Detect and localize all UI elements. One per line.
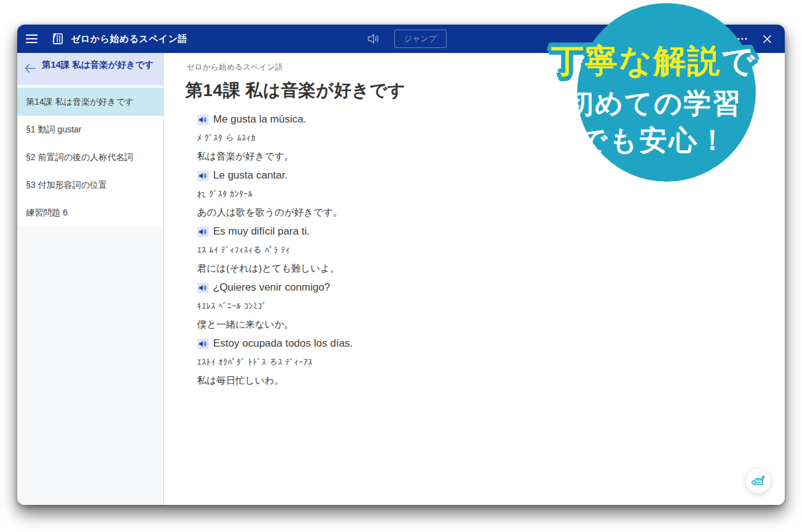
speaker-icon	[199, 341, 207, 347]
spanish-text: ¿Quieres venir conmigo?	[213, 281, 330, 294]
translation-text: あの人は歌を歌うのが好きです。	[197, 203, 766, 222]
pronunciation-text: ｴｽ ﾑｲ ﾃﾞｨﾌｨｽｨる ﾊﾟﾗ ﾃｨ	[197, 241, 766, 259]
speaker-icon	[199, 284, 207, 291]
more-options-button[interactable]	[733, 30, 751, 47]
lesson-nav-list: 第14課 私は音楽が好きです §1 動詞 gustar §2 前置詞の後の人称代…	[17, 88, 163, 227]
nav-item-lesson14[interactable]: 第14課 私は音楽が好きです	[17, 88, 163, 116]
phrase-block: Estoy ocupada todos los días. ｴｽﾄｲ ｵｸﾊﾟﾀ…	[197, 334, 766, 390]
translation-text: 僕と一緒に来ないか。	[197, 315, 766, 334]
phrase-block: Le gusta cantar. れ ｸﾞｽﾀ ｶﾝﾀｰﾙ あの人は歌を歌うのが…	[197, 166, 766, 222]
pronunciation-text: ｷｴﾚｽ ﾍﾞﾆｰﾙ ｺﾝﾐｺﾞ	[197, 297, 766, 315]
nav-item-exercises[interactable]: 練習問題 6	[17, 199, 163, 227]
pronunciation-text: ｴｽﾄｲ ｵｸﾊﾟﾀﾞ ﾄﾄﾞｽ ろｽ ﾃﾞｨｰｱｽ	[197, 353, 766, 371]
window-title: ゼロから始めるスペイン語	[71, 33, 188, 45]
volume-button[interactable]	[365, 31, 381, 47]
nav-item-section2[interactable]: §2 前置詞の後の人称代名詞	[17, 143, 163, 171]
ellipsis-icon	[737, 37, 748, 41]
speaker-icon	[199, 228, 207, 235]
hamburger-icon	[26, 34, 38, 36]
sidebar: 第14課 私は音楽が好きです 第14課 私は音楽が好きです §1 動詞 gust…	[17, 53, 164, 505]
hamburger-menu-button[interactable]	[26, 31, 42, 47]
audio-play-button[interactable]	[197, 171, 209, 181]
screenshot-stage: ゼロから始めるスペイン語 ジャンプ	[0, 0, 802, 532]
audio-play-button[interactable]	[197, 339, 209, 349]
breadcrumb: ゼロから始めるスペイン語	[187, 62, 283, 73]
audio-play-button[interactable]	[197, 283, 209, 293]
phrase-list: Me gusta la música. ﾒ ｸﾞｽﾀ ら ﾑｽｨｶ 私は音楽が好…	[197, 110, 766, 390]
titlebar: ゼロから始めるスペイン語 ジャンプ	[17, 25, 785, 53]
spanish-text: Me gusta la música.	[213, 113, 306, 126]
sidebar-lesson-title: 第14課 私は音楽が好きです	[42, 58, 155, 71]
spanish-text: Le gusta cantar.	[213, 169, 288, 182]
speaker-icon	[199, 172, 207, 179]
main-content: ゼロから始めるスペイン語 第14課 私は音楽が好きです Me gusta la …	[164, 53, 785, 505]
spanish-text: Estoy ocupada todos los días.	[213, 337, 353, 350]
app-window: ゼロから始めるスペイン語 ジャンプ	[17, 25, 785, 505]
phrase-block: Me gusta la música. ﾒ ｸﾞｽﾀ ら ﾑｽｨｶ 私は音楽が好…	[197, 110, 766, 166]
app-logo-icon	[49, 32, 64, 46]
back-button[interactable]	[23, 62, 37, 75]
close-icon	[763, 34, 772, 44]
nav-item-section3[interactable]: §3 付加形容詞の位置	[17, 171, 163, 199]
pronunciation-text: ﾒ ｸﾞｽﾀ ら ﾑｽｨｶ	[197, 129, 766, 147]
translation-text: 君には(それは)とても難しいよ。	[197, 259, 766, 278]
back-arrow-icon	[25, 64, 36, 73]
sidebar-header: 第14課 私は音楽が好きです	[17, 53, 163, 85]
audio-play-button[interactable]	[197, 115, 209, 125]
translation-text: 私は毎日忙しいわ。	[197, 371, 766, 390]
page-title: 第14課 私は音楽が好きです	[185, 79, 405, 102]
phrase-block: ¿Quieres venir conmigo? ｷｴﾚｽ ﾍﾞﾆｰﾙ ｺﾝﾐｺﾞ…	[197, 278, 766, 334]
phrase-block: Es muy difícil para ti. ｴｽ ﾑｲ ﾃﾞｨﾌｨｽｨる ﾊ…	[197, 222, 766, 278]
translation-text: 私は音楽が好きです。	[197, 147, 766, 166]
add-wordcard-button[interactable]	[746, 469, 771, 493]
flashcards-plus-icon	[751, 474, 766, 488]
pronunciation-text: れ ｸﾞｽﾀ ｶﾝﾀｰﾙ	[197, 185, 766, 203]
speaker-icon	[199, 116, 207, 123]
jump-button[interactable]: ジャンプ	[394, 30, 447, 48]
spanish-text: Es muy difícil para ti.	[213, 225, 310, 238]
nav-item-section1[interactable]: §1 動詞 gustar	[17, 116, 163, 143]
close-button[interactable]	[758, 30, 776, 47]
audio-play-button[interactable]	[197, 227, 209, 237]
